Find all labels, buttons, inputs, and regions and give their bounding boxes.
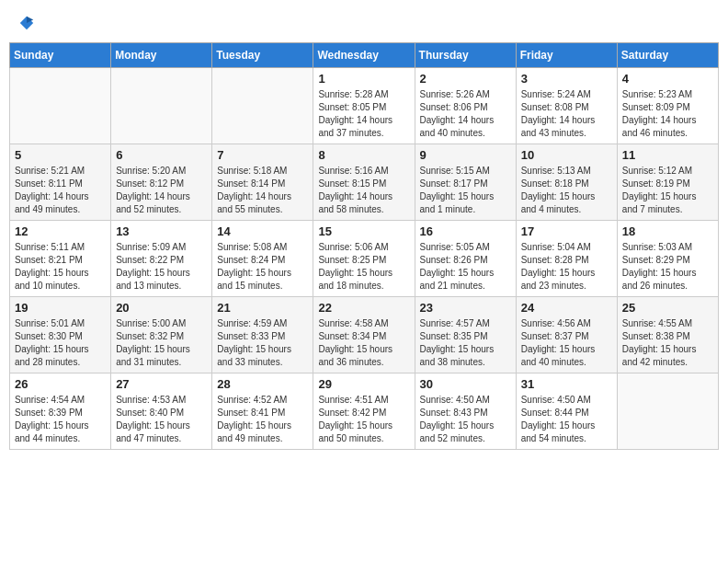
- day-number: 19: [15, 301, 106, 315]
- calendar-cell: 23Sunrise: 4:57 AM Sunset: 8:35 PM Dayli…: [415, 296, 516, 373]
- day-number: 30: [420, 377, 511, 391]
- day-number: 3: [521, 72, 612, 86]
- day-number: 1: [318, 72, 409, 86]
- calendar-cell: 29Sunrise: 4:51 AM Sunset: 8:42 PM Dayli…: [313, 373, 415, 449]
- calendar-cell: 1Sunrise: 5:28 AM Sunset: 8:05 PM Daylig…: [313, 67, 415, 144]
- logo: [17, 13, 35, 31]
- day-number: 20: [116, 301, 207, 315]
- day-info: Sunrise: 4:59 AM Sunset: 8:33 PM Dayligh…: [217, 317, 308, 369]
- calendar-cell: 11Sunrise: 5:12 AM Sunset: 8:19 PM Dayli…: [617, 144, 718, 220]
- day-number: 9: [420, 148, 511, 162]
- day-info: Sunrise: 5:20 AM Sunset: 8:12 PM Dayligh…: [116, 165, 207, 216]
- calendar-cell: 25Sunrise: 4:55 AM Sunset: 8:38 PM Dayli…: [617, 296, 718, 373]
- day-info: Sunrise: 5:13 AM Sunset: 8:18 PM Dayligh…: [521, 165, 612, 216]
- day-number: 4: [622, 72, 713, 86]
- calendar-cell: 3Sunrise: 5:24 AM Sunset: 8:08 PM Daylig…: [516, 67, 617, 144]
- day-number: 23: [420, 301, 511, 315]
- day-info: Sunrise: 4:56 AM Sunset: 8:37 PM Dayligh…: [521, 317, 612, 369]
- day-number: 2: [420, 72, 511, 86]
- day-number: 29: [318, 377, 409, 391]
- calendar-cell: 30Sunrise: 4:50 AM Sunset: 8:43 PM Dayli…: [415, 373, 516, 449]
- day-number: 18: [622, 224, 713, 238]
- column-header-thursday: Thursday: [415, 42, 516, 67]
- day-number: 11: [622, 148, 713, 162]
- calendar-cell: 10Sunrise: 5:13 AM Sunset: 8:18 PM Dayli…: [516, 144, 617, 220]
- day-info: Sunrise: 5:12 AM Sunset: 8:19 PM Dayligh…: [622, 165, 713, 216]
- day-number: 31: [521, 377, 612, 391]
- day-info: Sunrise: 5:08 AM Sunset: 8:24 PM Dayligh…: [217, 241, 308, 293]
- calendar-cell: 18Sunrise: 5:03 AM Sunset: 8:29 PM Dayli…: [617, 220, 718, 296]
- day-info: Sunrise: 4:55 AM Sunset: 8:38 PM Dayligh…: [622, 317, 713, 369]
- calendar-cell: [617, 373, 718, 449]
- calendar-cell: [111, 67, 212, 144]
- calendar-cell: [212, 67, 313, 144]
- day-info: Sunrise: 5:11 AM Sunset: 8:21 PM Dayligh…: [15, 241, 106, 293]
- calendar-cell: 8Sunrise: 5:16 AM Sunset: 8:15 PM Daylig…: [313, 144, 415, 220]
- calendar-week-row: 19Sunrise: 5:01 AM Sunset: 8:30 PM Dayli…: [10, 296, 719, 373]
- calendar-header-row: SundayMondayTuesdayWednesdayThursdayFrid…: [10, 42, 719, 67]
- calendar-cell: 26Sunrise: 4:54 AM Sunset: 8:39 PM Dayli…: [10, 373, 111, 449]
- calendar-week-row: 5Sunrise: 5:21 AM Sunset: 8:11 PM Daylig…: [10, 144, 719, 220]
- calendar-cell: 31Sunrise: 4:50 AM Sunset: 8:44 PM Dayli…: [516, 373, 617, 449]
- day-info: Sunrise: 5:03 AM Sunset: 8:29 PM Dayligh…: [622, 241, 713, 293]
- page-header: [9, 9, 719, 35]
- day-number: 10: [521, 148, 612, 162]
- calendar-cell: 21Sunrise: 4:59 AM Sunset: 8:33 PM Dayli…: [212, 296, 313, 373]
- calendar-cell: 24Sunrise: 4:56 AM Sunset: 8:37 PM Dayli…: [516, 296, 617, 373]
- day-info: Sunrise: 5:16 AM Sunset: 8:15 PM Dayligh…: [318, 165, 409, 216]
- calendar-cell: 17Sunrise: 5:04 AM Sunset: 8:28 PM Dayli…: [516, 220, 617, 296]
- column-header-monday: Monday: [111, 42, 212, 67]
- day-number: 5: [15, 148, 106, 162]
- day-info: Sunrise: 4:50 AM Sunset: 8:44 PM Dayligh…: [521, 394, 612, 445]
- calendar-cell: 19Sunrise: 5:01 AM Sunset: 8:30 PM Dayli…: [10, 296, 111, 373]
- day-number: 21: [217, 301, 308, 315]
- day-number: 15: [318, 224, 409, 238]
- day-info: Sunrise: 5:21 AM Sunset: 8:11 PM Dayligh…: [15, 165, 106, 216]
- day-info: Sunrise: 5:09 AM Sunset: 8:22 PM Dayligh…: [116, 241, 207, 293]
- calendar-cell: 27Sunrise: 4:53 AM Sunset: 8:40 PM Dayli…: [111, 373, 212, 449]
- calendar-cell: 22Sunrise: 4:58 AM Sunset: 8:34 PM Dayli…: [313, 296, 415, 373]
- day-number: 22: [318, 301, 409, 315]
- day-info: Sunrise: 5:00 AM Sunset: 8:32 PM Dayligh…: [116, 317, 207, 369]
- calendar-cell: 20Sunrise: 5:00 AM Sunset: 8:32 PM Dayli…: [111, 296, 212, 373]
- calendar-cell: 12Sunrise: 5:11 AM Sunset: 8:21 PM Dayli…: [10, 220, 111, 296]
- day-info: Sunrise: 5:28 AM Sunset: 8:05 PM Dayligh…: [318, 88, 409, 140]
- calendar-week-row: 26Sunrise: 4:54 AM Sunset: 8:39 PM Dayli…: [10, 373, 719, 449]
- column-header-tuesday: Tuesday: [212, 42, 313, 67]
- day-number: 8: [318, 148, 409, 162]
- day-number: 25: [622, 301, 713, 315]
- day-number: 27: [116, 377, 207, 391]
- day-info: Sunrise: 5:15 AM Sunset: 8:17 PM Dayligh…: [420, 165, 511, 216]
- column-header-friday: Friday: [516, 42, 617, 67]
- column-header-sunday: Sunday: [10, 42, 111, 67]
- day-number: 14: [217, 224, 308, 238]
- logo-icon: [18, 15, 35, 31]
- day-info: Sunrise: 4:53 AM Sunset: 8:40 PM Dayligh…: [116, 394, 207, 445]
- calendar-cell: 2Sunrise: 5:26 AM Sunset: 8:06 PM Daylig…: [415, 67, 516, 144]
- calendar-cell: [10, 67, 111, 144]
- calendar-cell: 4Sunrise: 5:23 AM Sunset: 8:09 PM Daylig…: [617, 67, 718, 144]
- column-header-saturday: Saturday: [617, 42, 718, 67]
- day-number: 28: [217, 377, 308, 391]
- calendar-cell: 9Sunrise: 5:15 AM Sunset: 8:17 PM Daylig…: [415, 144, 516, 220]
- day-number: 12: [15, 224, 106, 238]
- day-number: 17: [521, 224, 612, 238]
- calendar-cell: 6Sunrise: 5:20 AM Sunset: 8:12 PM Daylig…: [111, 144, 212, 220]
- day-info: Sunrise: 5:04 AM Sunset: 8:28 PM Dayligh…: [521, 241, 612, 293]
- day-info: Sunrise: 4:57 AM Sunset: 8:35 PM Dayligh…: [420, 317, 511, 369]
- calendar-week-row: 1Sunrise: 5:28 AM Sunset: 8:05 PM Daylig…: [10, 67, 719, 144]
- day-info: Sunrise: 5:23 AM Sunset: 8:09 PM Dayligh…: [622, 88, 713, 140]
- day-number: 24: [521, 301, 612, 315]
- calendar-cell: 15Sunrise: 5:06 AM Sunset: 8:25 PM Dayli…: [313, 220, 415, 296]
- logo-general: [17, 13, 35, 31]
- day-info: Sunrise: 5:06 AM Sunset: 8:25 PM Dayligh…: [318, 241, 409, 293]
- day-info: Sunrise: 5:18 AM Sunset: 8:14 PM Dayligh…: [217, 165, 308, 216]
- calendar-cell: 14Sunrise: 5:08 AM Sunset: 8:24 PM Dayli…: [212, 220, 313, 296]
- day-info: Sunrise: 5:26 AM Sunset: 8:06 PM Dayligh…: [420, 88, 511, 140]
- day-info: Sunrise: 5:05 AM Sunset: 8:26 PM Dayligh…: [420, 241, 511, 293]
- day-number: 16: [420, 224, 511, 238]
- day-info: Sunrise: 4:50 AM Sunset: 8:43 PM Dayligh…: [420, 394, 511, 445]
- calendar-week-row: 12Sunrise: 5:11 AM Sunset: 8:21 PM Dayli…: [10, 220, 719, 296]
- day-number: 13: [116, 224, 207, 238]
- calendar-cell: 16Sunrise: 5:05 AM Sunset: 8:26 PM Dayli…: [415, 220, 516, 296]
